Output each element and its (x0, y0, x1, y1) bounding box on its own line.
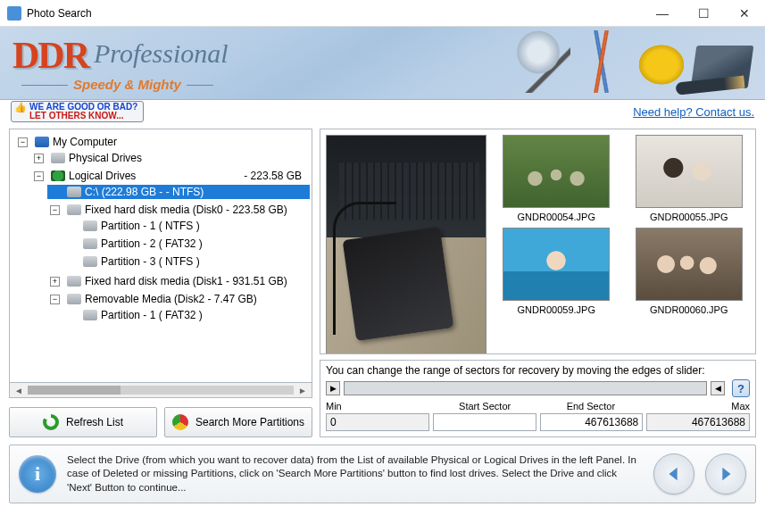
globe-icon (51, 170, 65, 181)
label-start: Start Sector (432, 401, 538, 411)
tree-label: Partition - 3 ( NTFS ) (101, 255, 200, 268)
info-icon: i (19, 455, 56, 493)
tree-label: Partition - 1 ( NTFS ) (101, 220, 200, 232)
tree-partition[interactable]: Partition - 3 ( NTFS ) (63, 254, 310, 269)
app-icon (7, 6, 21, 21)
button-label: Refresh List (66, 416, 123, 428)
drive-icon (83, 220, 97, 231)
scroll-right-icon[interactable]: ► (295, 386, 310, 395)
drive-icon (83, 256, 97, 267)
collapse-icon[interactable]: − (50, 205, 60, 215)
tree-label: My Computer (53, 136, 117, 148)
label-end: End Sector (538, 401, 644, 411)
slider-right-handle[interactable]: ◀ (711, 381, 725, 395)
slider-track[interactable] (344, 381, 707, 395)
magnifier-icon (517, 30, 570, 93)
tree-size: - 223.58 GB (244, 170, 307, 182)
tree-label: Removable Media (Disk2 - 7.47 GB) (85, 293, 257, 305)
left-panel: − My Computer + Physical Drives (9, 129, 312, 437)
tree-partition[interactable]: Partition - 2 ( FAT32 ) (63, 237, 310, 251)
thumbnail-image (636, 228, 743, 301)
tagline: Speedy & Mighty (73, 77, 181, 92)
tree-partition[interactable]: Partition - 1 ( NTFS ) (63, 219, 310, 233)
scroll-thumb[interactable] (28, 386, 294, 395)
tree-removable-disk2[interactable]: − Removable Media (Disk2 - 7.47 GB) (47, 292, 310, 306)
thumbnail[interactable]: GNDR00055.JPG (628, 135, 751, 222)
screwdriver-icon (576, 30, 629, 93)
tree-hscrollbar[interactable]: ◄ ► (9, 383, 312, 398)
logo: DDRProfessional (12, 34, 229, 77)
thumbnail-filename: GNDR00060.JPG (628, 304, 751, 315)
sector-range-panel: You can change the range of sectors for … (320, 360, 756, 437)
label-min: Min (326, 401, 432, 411)
tree-fixed-disk0[interactable]: − Fixed hard disk media (Disk0 - 223.58 … (47, 203, 310, 217)
thumbnail-filename: GNDR00054.JPG (495, 212, 618, 222)
collapse-icon[interactable]: − (18, 137, 28, 147)
tree-fixed-disk1[interactable]: + Fixed hard disk media (Disk1 - 931.51 … (47, 274, 310, 288)
tree-logical-drives[interactable]: − Logical Drives - 223.58 GB (31, 169, 310, 183)
thumbnail-grid: GNDR00054.JPG GNDR00055.JPG GNDR00059.JP… (495, 135, 750, 348)
thumbnail[interactable]: GNDR00059.JPG (495, 228, 618, 315)
sector-description: You can change the range of sectors for … (326, 364, 750, 377)
thumbnail-image (636, 135, 743, 208)
min-sector-field (326, 413, 429, 431)
tree-drive-c[interactable]: C:\ (222.98 GB - - NTFS) (47, 185, 310, 199)
preview-area: GNDR00054.JPG GNDR00055.JPG GNDR00059.JP… (320, 129, 756, 354)
label-max: Max (644, 401, 750, 411)
expand-icon[interactable]: + (34, 154, 44, 163)
main-area: − My Computer + Physical Drives (0, 123, 765, 437)
refresh-icon (43, 414, 59, 430)
footer-instructions: Select the Drive (from which you want to… (67, 453, 643, 495)
search-more-partitions-button[interactable]: Search More Partitions (164, 407, 312, 437)
drive-icon (83, 238, 97, 249)
large-preview-image (326, 135, 486, 354)
minimize-button[interactable]: — (642, 0, 683, 27)
slider-left-handle[interactable]: ▶ (326, 381, 340, 395)
maximize-button[interactable]: ☐ (683, 0, 724, 27)
collapse-icon[interactable]: − (50, 295, 60, 304)
thumbnail[interactable]: GNDR00060.JPG (628, 228, 751, 315)
start-sector-field[interactable] (433, 413, 536, 431)
tree-root[interactable]: − My Computer (15, 135, 310, 149)
arrow-left-icon (664, 464, 684, 484)
next-button[interactable] (705, 453, 746, 495)
sector-labels: Min Start Sector End Sector Max (326, 401, 750, 411)
tree-label: C:\ (222.98 GB - - NTFS) (85, 186, 204, 198)
end-sector-field[interactable] (540, 413, 644, 431)
tree-label: Fixed hard disk media (Disk0 - 223.58 GB… (85, 204, 287, 216)
feedback-line2: LET OTHERS KNOW... (29, 112, 137, 121)
drive-icon (51, 153, 65, 163)
drive-icon (67, 204, 81, 215)
sector-inputs (326, 413, 750, 431)
back-button[interactable] (653, 453, 694, 495)
tree-label: Partition - 2 ( FAT32 ) (101, 237, 203, 250)
close-button[interactable]: ✕ (724, 0, 765, 27)
button-label: Search More Partitions (195, 416, 304, 428)
thumbnail-image (503, 228, 610, 301)
drive-tree[interactable]: − My Computer + Physical Drives (9, 129, 312, 383)
help-link[interactable]: Need help? Contact us. (633, 105, 754, 119)
window-title: Photo Search (27, 7, 642, 20)
expand-icon[interactable]: + (50, 277, 60, 287)
left-buttons: Refresh List Search More Partitions (9, 407, 312, 437)
drive-icon (67, 187, 81, 197)
computer-icon (35, 137, 49, 147)
collapse-icon[interactable]: − (34, 171, 44, 181)
tree-physical-drives[interactable]: + Physical Drives (31, 151, 310, 165)
refresh-list-button[interactable]: Refresh List (9, 407, 157, 437)
thumbnail-filename: GNDR00059.JPG (495, 304, 618, 315)
titlebar: Photo Search — ☐ ✕ (0, 0, 765, 27)
header-banner: DDRProfessional Speedy & Mighty (0, 27, 765, 100)
pie-icon (172, 414, 188, 430)
logo-sub: Professional (94, 38, 229, 68)
scroll-left-icon[interactable]: ◄ (12, 386, 26, 395)
help-icon[interactable]: ? (732, 379, 750, 397)
tree-partition[interactable]: Partition - 1 ( FAT32 ) (63, 308, 310, 322)
thumbnail-image (503, 135, 610, 208)
footer-bar: i Select the Drive (from which you want … (9, 445, 756, 503)
drive-icon (67, 276, 81, 287)
right-panel: GNDR00054.JPG GNDR00055.JPG GNDR00059.JP… (320, 129, 756, 437)
feedback-badge[interactable]: WE ARE GOOD OR BAD? LET OTHERS KNOW... (11, 101, 144, 122)
thumbnail[interactable]: GNDR00054.JPG (495, 135, 618, 222)
tree-label: Logical Drives (69, 170, 136, 182)
